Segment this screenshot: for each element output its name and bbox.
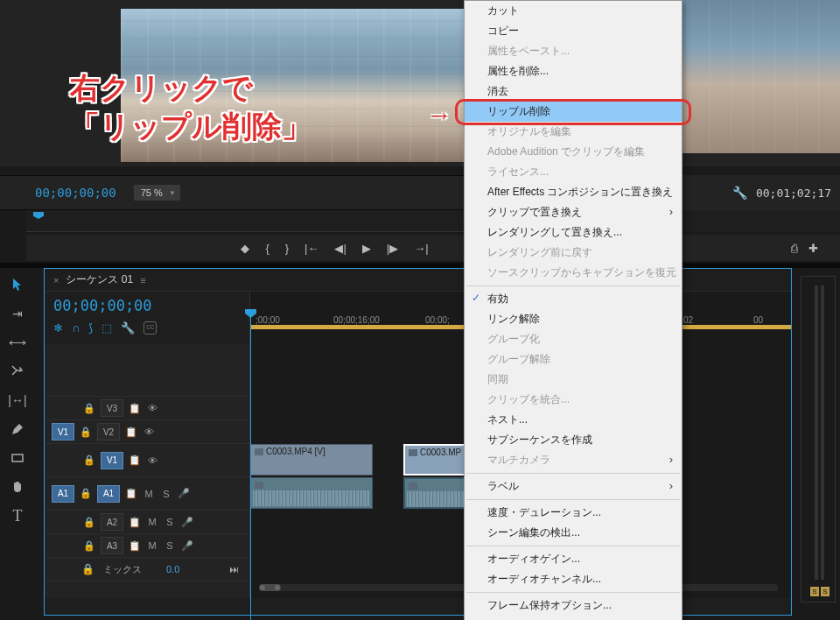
- rectangle-tool-icon[interactable]: [7, 449, 28, 467]
- razor-tool-icon[interactable]: [7, 363, 28, 380]
- playhead[interactable]: [250, 316, 251, 620]
- menu-item[interactable]: 消去: [465, 81, 682, 102]
- mic-icon[interactable]: 🎤: [181, 517, 193, 528]
- menu-item[interactable]: 有効: [465, 289, 682, 309]
- menu-item[interactable]: カット: [465, 1, 682, 21]
- snap-icon[interactable]: ∩: [72, 321, 80, 335]
- tab-menu-icon[interactable]: ≡: [140, 275, 145, 285]
- mix-track-header[interactable]: 🔒 ミックス 0.0 ⏭: [45, 558, 249, 581]
- track-label[interactable]: V3: [101, 399, 123, 417]
- track-source-label[interactable]: V1: [52, 423, 74, 440]
- lock-icon[interactable]: 🔒: [80, 426, 92, 438]
- menu-item[interactable]: リップル削除: [465, 102, 682, 122]
- solo-button[interactable]: S: [164, 517, 176, 527]
- go-to-in-button[interactable]: |←: [304, 242, 318, 255]
- track-v3-header[interactable]: 🔒 V3 📋 👁: [45, 397, 249, 420]
- mute-button[interactable]: M: [146, 540, 158, 551]
- menu-item[interactable]: クリップで置き換え: [465, 202, 682, 222]
- audio-clip[interactable]: [250, 477, 373, 509]
- ripple-edit-tool-icon[interactable]: ⟷: [7, 334, 28, 351]
- lock-icon[interactable]: 🔒: [81, 563, 94, 575]
- menu-item[interactable]: サブシーケンスを作成: [465, 430, 682, 450]
- add-marker-button[interactable]: ◆: [241, 242, 249, 255]
- eye-icon[interactable]: 👁: [146, 455, 158, 466]
- toggle-output-icon[interactable]: 📋: [125, 488, 137, 499]
- mute-button[interactable]: M: [143, 489, 155, 499]
- link-icon[interactable]: ⟆: [88, 321, 93, 335]
- solo-indicator[interactable]: S: [810, 587, 819, 596]
- track-select-tool-icon[interactable]: ⇥: [7, 305, 28, 322]
- toggle-output-icon[interactable]: 📋: [125, 426, 137, 438]
- snowflake-icon[interactable]: ❄: [53, 321, 63, 335]
- solo-button[interactable]: S: [160, 489, 172, 499]
- cc-icon[interactable]: cc: [144, 321, 157, 335]
- timeline-timecode[interactable]: 00;00;00;00: [53, 297, 241, 314]
- solo-button[interactable]: S: [164, 540, 176, 551]
- track-a2-header[interactable]: 🔒 A2 📋 M S 🎤: [45, 511, 249, 534]
- solo-indicator[interactable]: S: [821, 587, 830, 596]
- video-clip[interactable]: C0003.MP4 [V]: [250, 444, 373, 476]
- toggle-output-icon[interactable]: 📋: [129, 454, 141, 466]
- menu-item[interactable]: レンダリングして置き換え...: [465, 222, 682, 243]
- menu-item[interactable]: オーディオゲイン...: [465, 549, 682, 569]
- program-timecode[interactable]: 00;01;02;17: [756, 187, 831, 200]
- track-a3-header[interactable]: 🔒 A3 📋 M S 🎤: [45, 534, 249, 558]
- toggle-output-icon[interactable]: 📋: [129, 403, 141, 414]
- mark-out-button[interactable]: }: [285, 242, 289, 255]
- export-frame-button[interactable]: ⎙: [791, 242, 798, 255]
- track-a1-header[interactable]: A1 🔒 A1 📋 M S 🎤: [45, 477, 249, 511]
- scrollbar-thumb[interactable]: [259, 584, 281, 591]
- menu-item[interactable]: コピー: [465, 21, 682, 41]
- add-button[interactable]: ✚: [808, 242, 818, 255]
- menu-item[interactable]: 属性を削除...: [465, 61, 682, 81]
- toggle-output-icon[interactable]: 📋: [129, 517, 141, 528]
- lock-icon[interactable]: 🔒: [80, 488, 92, 499]
- eye-icon[interactable]: 👁: [143, 426, 155, 437]
- source-timecode[interactable]: 00;00;00;00: [35, 186, 116, 200]
- slip-tool-icon[interactable]: |↔|: [7, 391, 28, 409]
- marker-span-icon[interactable]: ⬚: [102, 321, 112, 335]
- step-fwd-button[interactable]: |▶: [387, 242, 398, 255]
- mix-value[interactable]: 0.0: [166, 564, 179, 574]
- selection-tool-icon[interactable]: [7, 276, 28, 293]
- playhead-marker-icon[interactable]: [33, 212, 44, 219]
- menu-item[interactable]: After Effects コンポジションに置き換え: [465, 182, 682, 202]
- menu-item[interactable]: オーディオチャンネル...: [465, 569, 682, 589]
- menu-item[interactable]: リンク解除: [465, 309, 682, 329]
- lock-icon[interactable]: 🔒: [83, 540, 95, 552]
- track-label[interactable]: A3: [101, 537, 123, 554]
- menu-item[interactable]: 速度・デュレーション...: [465, 503, 682, 523]
- track-v1-header[interactable]: 🔒 V1 📋 👁: [45, 444, 249, 477]
- track-v2-header[interactable]: V1 🔒 V2 📋 👁: [45, 420, 249, 444]
- type-tool-icon[interactable]: T: [7, 507, 28, 525]
- mic-icon[interactable]: 🎤: [181, 540, 193, 552]
- track-label[interactable]: A1: [97, 485, 120, 503]
- track-label[interactable]: A2: [101, 513, 123, 531]
- lock-icon[interactable]: 🔒: [83, 517, 95, 528]
- track-source-label[interactable]: A1: [52, 485, 74, 503]
- audio-clip-selected[interactable]: [403, 477, 469, 509]
- eye-icon[interactable]: 👁: [146, 403, 158, 413]
- menu-item[interactable]: フレーム保持オプション...: [465, 595, 682, 616]
- wrench-icon[interactable]: 🔧: [121, 321, 135, 335]
- mute-button[interactable]: M: [146, 517, 158, 527]
- menu-item[interactable]: シーン編集の検出...: [465, 523, 682, 543]
- mic-icon[interactable]: 🎤: [178, 488, 190, 499]
- toggle-output-icon[interactable]: 📋: [129, 540, 141, 552]
- zoom-select[interactable]: 75 % ▼: [134, 187, 180, 199]
- video-clip-selected[interactable]: C0003.MP: [403, 444, 469, 476]
- menu-item[interactable]: ネスト...: [465, 410, 682, 430]
- menu-item[interactable]: ラベル: [465, 476, 682, 497]
- mark-in-button[interactable]: {: [265, 242, 269, 255]
- step-back-button[interactable]: ◀|: [334, 242, 346, 255]
- track-label[interactable]: V2: [97, 423, 120, 440]
- wrench-icon[interactable]: 🔧: [732, 186, 747, 200]
- pen-tool-icon[interactable]: [7, 420, 28, 438]
- lock-icon[interactable]: 🔒: [83, 454, 95, 466]
- skip-icon[interactable]: ⏭: [229, 564, 239, 574]
- go-to-out-button[interactable]: →|: [414, 242, 428, 255]
- track-label[interactable]: V1: [101, 452, 123, 469]
- hand-tool-icon[interactable]: [7, 478, 28, 496]
- lock-icon[interactable]: 🔒: [83, 403, 95, 414]
- close-icon[interactable]: ×: [53, 275, 59, 285]
